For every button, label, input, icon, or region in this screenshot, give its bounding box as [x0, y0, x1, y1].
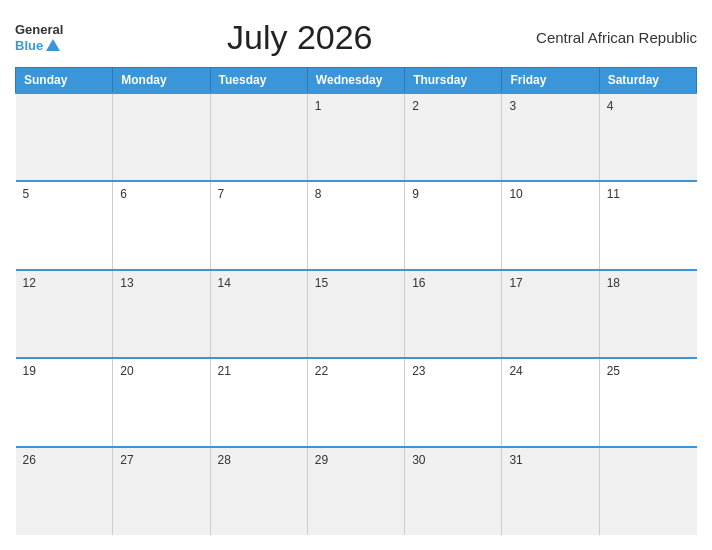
calendar-week-row: 262728293031	[16, 447, 697, 535]
calendar-day-cell: 28	[210, 447, 307, 535]
calendar-day-cell: 8	[307, 181, 404, 269]
logo-triangle-icon	[46, 39, 60, 51]
day-number: 26	[23, 453, 36, 467]
day-number: 8	[315, 187, 322, 201]
calendar-day-cell	[599, 447, 696, 535]
day-number: 27	[120, 453, 133, 467]
weekday-header: Thursday	[405, 68, 502, 94]
day-number: 6	[120, 187, 127, 201]
calendar-table: SundayMondayTuesdayWednesdayThursdayFrid…	[15, 67, 697, 535]
day-number: 2	[412, 99, 419, 113]
calendar-day-cell: 5	[16, 181, 113, 269]
day-number: 23	[412, 364, 425, 378]
weekday-header: Wednesday	[307, 68, 404, 94]
calendar-day-cell: 27	[113, 447, 210, 535]
country-name: Central African Republic	[536, 29, 697, 46]
calendar-day-cell: 4	[599, 93, 696, 181]
calendar-day-cell: 14	[210, 270, 307, 358]
calendar-day-cell: 22	[307, 358, 404, 446]
logo-general-text: General	[15, 22, 63, 38]
logo: General Blue	[15, 22, 63, 53]
calendar-body: 1234567891011121314151617181920212223242…	[16, 93, 697, 535]
day-number: 12	[23, 276, 36, 290]
day-number: 22	[315, 364, 328, 378]
calendar-day-cell: 19	[16, 358, 113, 446]
day-number: 17	[509, 276, 522, 290]
day-number: 13	[120, 276, 133, 290]
day-number: 31	[509, 453, 522, 467]
weekday-header: Saturday	[599, 68, 696, 94]
calendar-title: July 2026	[227, 18, 373, 57]
calendar-day-cell: 25	[599, 358, 696, 446]
calendar-day-cell: 3	[502, 93, 599, 181]
calendar-day-cell: 7	[210, 181, 307, 269]
calendar-day-cell: 20	[113, 358, 210, 446]
calendar-week-row: 19202122232425	[16, 358, 697, 446]
calendar-week-row: 12131415161718	[16, 270, 697, 358]
day-number: 18	[607, 276, 620, 290]
weekday-header: Monday	[113, 68, 210, 94]
calendar-day-cell: 29	[307, 447, 404, 535]
calendar-day-cell: 24	[502, 358, 599, 446]
calendar-day-cell: 11	[599, 181, 696, 269]
calendar-day-cell	[16, 93, 113, 181]
day-number: 10	[509, 187, 522, 201]
day-number: 3	[509, 99, 516, 113]
calendar-header: General Blue July 2026 Central African R…	[15, 10, 697, 67]
calendar-day-cell: 12	[16, 270, 113, 358]
day-number: 1	[315, 99, 322, 113]
day-number: 24	[509, 364, 522, 378]
day-number: 11	[607, 187, 620, 201]
day-number: 19	[23, 364, 36, 378]
day-number: 4	[607, 99, 614, 113]
calendar-day-cell: 9	[405, 181, 502, 269]
calendar-day-cell: 31	[502, 447, 599, 535]
day-number: 9	[412, 187, 419, 201]
calendar-day-cell	[210, 93, 307, 181]
calendar-day-cell: 1	[307, 93, 404, 181]
day-number: 14	[218, 276, 231, 290]
day-number: 25	[607, 364, 620, 378]
calendar-day-cell: 23	[405, 358, 502, 446]
day-number: 5	[23, 187, 30, 201]
day-number: 16	[412, 276, 425, 290]
calendar-day-cell	[113, 93, 210, 181]
day-number: 29	[315, 453, 328, 467]
day-number: 21	[218, 364, 231, 378]
calendar-day-cell: 15	[307, 270, 404, 358]
day-number: 7	[218, 187, 225, 201]
day-number: 15	[315, 276, 328, 290]
day-number: 20	[120, 364, 133, 378]
weekday-header: Sunday	[16, 68, 113, 94]
calendar-day-cell: 13	[113, 270, 210, 358]
logo-blue-text: Blue	[15, 38, 63, 54]
calendar-day-cell: 17	[502, 270, 599, 358]
calendar-day-cell: 18	[599, 270, 696, 358]
day-number: 28	[218, 453, 231, 467]
calendar-day-cell: 30	[405, 447, 502, 535]
calendar-day-cell: 2	[405, 93, 502, 181]
calendar-day-cell: 10	[502, 181, 599, 269]
calendar-day-cell: 6	[113, 181, 210, 269]
calendar-header-row: SundayMondayTuesdayWednesdayThursdayFrid…	[16, 68, 697, 94]
day-number: 30	[412, 453, 425, 467]
weekday-header: Friday	[502, 68, 599, 94]
calendar-week-row: 1234	[16, 93, 697, 181]
weekday-header: Tuesday	[210, 68, 307, 94]
calendar-week-row: 567891011	[16, 181, 697, 269]
calendar-day-cell: 26	[16, 447, 113, 535]
calendar-day-cell: 21	[210, 358, 307, 446]
calendar-day-cell: 16	[405, 270, 502, 358]
